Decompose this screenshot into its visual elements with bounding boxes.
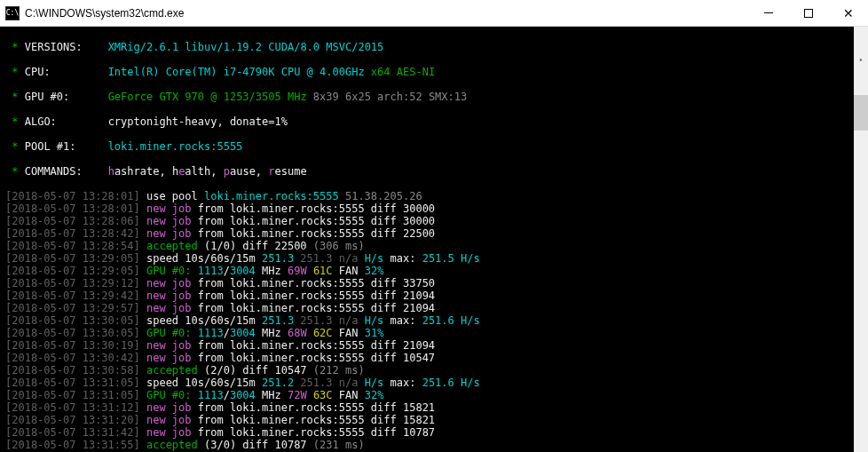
log-line: [2018-05-07 13:28:01] new job from loki.… <box>5 202 868 215</box>
window-controls: ✕ <box>748 0 868 27</box>
log-line: [2018-05-07 13:29:57] new job from loki.… <box>5 302 868 314</box>
log-line: [2018-05-07 13:30:05] GPU #0: 1113/3004 … <box>5 327 868 339</box>
header-algo: * ALGO: cryptonight-heavy, donate=1% <box>5 115 868 128</box>
log-line: [2018-05-07 13:31:05] GPU #0: 1113/3004 … <box>5 389 868 401</box>
log-line: [2018-05-07 13:28:06] new job from loki.… <box>5 215 868 227</box>
scroll-up-icon[interactable]: ▴ <box>854 52 868 67</box>
header-gpu: * GPU #0: GeForce GTX 970 @ 1253/3505 MH… <box>5 91 868 103</box>
header-pool: * POOL #1: loki.miner.rocks:5555 <box>5 140 868 153</box>
log-line: [2018-05-07 13:28:01] use pool loki.mine… <box>5 190 868 202</box>
close-icon: ✕ <box>843 6 854 20</box>
log-line: [2018-05-07 13:31:55] accepted (3/0) dif… <box>5 439 868 451</box>
log-line: [2018-05-07 13:30:05] speed 10s/60s/15m … <box>5 314 868 327</box>
close-button[interactable]: ✕ <box>828 0 868 27</box>
scrollbar-thumb[interactable] <box>854 95 868 131</box>
log-line: [2018-05-07 13:29:05] speed 10s/60s/15m … <box>5 252 868 265</box>
window-title: C:\WINDOWS\system32\cmd.exe <box>25 7 748 20</box>
log-line: [2018-05-07 13:30:19] new job from loki.… <box>5 339 868 352</box>
log-line: [2018-05-07 13:30:58] accepted (2/0) dif… <box>5 364 868 377</box>
log-line: [2018-05-07 13:31:42] new job from loki.… <box>5 426 868 439</box>
log-line: [2018-05-07 13:29:05] GPU #0: 1113/3004 … <box>5 265 868 277</box>
scrollbar[interactable]: ▴ <box>854 27 868 452</box>
log-line: [2018-05-07 13:29:42] new job from loki.… <box>5 289 868 302</box>
terminal-output[interactable]: * VERSIONS: XMRig/2.6.1 libuv/1.19.2 CUD… <box>0 27 868 452</box>
header-commands: * COMMANDS: hashrate, health, pause, res… <box>5 165 868 178</box>
window-icon: C:\ <box>5 6 20 20</box>
maximize-button[interactable] <box>788 0 828 27</box>
log-line: [2018-05-07 13:31:12] new job from loki.… <box>5 401 868 414</box>
log-line: [2018-05-07 13:31:20] new job from loki.… <box>5 414 868 426</box>
log-line: [2018-05-07 13:28:42] new job from loki.… <box>5 227 868 240</box>
header-versions: * VERSIONS: XMRig/2.6.1 libuv/1.19.2 CUD… <box>5 41 868 53</box>
log-line: [2018-05-07 13:30:42] new job from loki.… <box>5 352 868 364</box>
log-line: [2018-05-07 13:29:12] new job from loki.… <box>5 277 868 289</box>
log-line: [2018-05-07 13:28:54] accepted (1/0) dif… <box>5 240 868 252</box>
window-titlebar: C:\ C:\WINDOWS\system32\cmd.exe ✕ <box>0 0 868 27</box>
log-line: [2018-05-07 13:31:05] speed 10s/60s/15m … <box>5 377 868 389</box>
minimize-button[interactable] <box>748 0 788 27</box>
header-cpu: * CPU: Intel(R) Core(TM) i7-4790K CPU @ … <box>5 66 868 78</box>
